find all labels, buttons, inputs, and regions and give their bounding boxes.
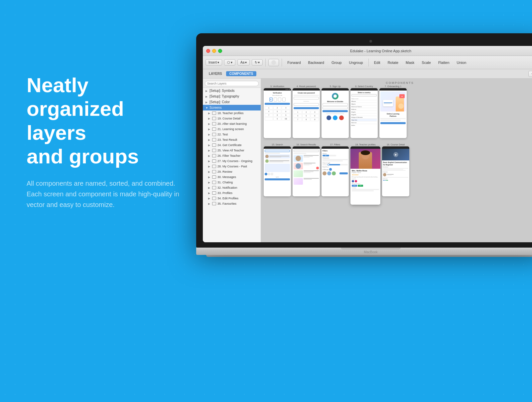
layer-icon: [212, 117, 216, 120]
insert-button[interactable]: Insert ▾: [205, 59, 222, 66]
sidebar-item-28[interactable]: ▶ 28. My Courses - Past: [203, 164, 261, 169]
screen-label-15: 15. Search: [272, 143, 283, 146]
screen-group-19: 19. Course Detail ▶ Basic English Commun…: [382, 143, 409, 205]
screen-label-18: 18. Teacher profiles: [355, 143, 376, 146]
layer-label: 29. Review: [217, 170, 232, 173]
sidebar-item-34[interactable]: ▶ 34. Edit Profiles: [203, 196, 261, 201]
sidebar-item-screens[interactable]: ▼ Screens: [203, 105, 261, 110]
sidebar-item-18[interactable]: ▶ 18. Teacher profiles: [203, 110, 261, 116]
layer-icon: [212, 175, 216, 179]
layer-label: 30. Messages: [217, 175, 236, 179]
sidebar-item-23[interactable]: ▶ 23. Test Result: [203, 137, 261, 142]
nav-layers[interactable]: LAYERS: [205, 71, 225, 76]
screen-label-17: 17. Filters: [330, 143, 340, 146]
layer-label: 26. Filter Teacher: [217, 154, 240, 157]
sidebar-item-31[interactable]: ▶ 31. Chating: [203, 180, 261, 185]
close-button[interactable]: [206, 49, 210, 53]
sketch-window: Edulake - Learning Online App.sketch Ins…: [203, 46, 532, 242]
layer-label: 18. Teacher profiles: [217, 111, 243, 115]
nav-components[interactable]: COMPONENTS: [226, 71, 257, 76]
title-bar: Edulake - Learning Online App.sketch: [203, 46, 532, 56]
expand-icon: ▶: [208, 160, 211, 162]
sidebar: ▶ [Setup]: Symbols ▶ [Setup]: Typography…: [203, 79, 261, 242]
add-layer-btn[interactable]: +: [528, 71, 532, 77]
screen-label-4: 4. Reset password: [297, 85, 316, 88]
layer-label: 24. Get Certificate: [217, 143, 242, 147]
sidebar-item-19[interactable]: ▶ 19. Course Detail: [203, 116, 261, 121]
aa-btn[interactable]: Aa▾: [237, 59, 250, 66]
layer-icon: [212, 165, 216, 168]
layer-label: 31. Chating: [217, 181, 233, 184]
sidebar-item-21[interactable]: ▶ 21. Learning screen: [203, 126, 261, 132]
canvas-components-label: COMPONENTS: [386, 81, 414, 85]
forward-tab[interactable]: Forward: [285, 60, 303, 66]
camera-dot: [369, 40, 372, 43]
sidebar-item-29[interactable]: ▶ 29. Review: [203, 169, 261, 174]
headline-line1: Neatly: [27, 74, 88, 97]
layer-label: 21. Learning screen: [217, 127, 244, 131]
screen-card-6: Select a country Afghanistan Albania Alg…: [350, 88, 378, 138]
union-tab[interactable]: Union: [454, 60, 469, 66]
sidebar-item-22[interactable]: ▶ 22. Test: [203, 132, 261, 137]
group-tab[interactable]: Group: [329, 60, 344, 66]
screen-group-18: 18. Teacher profiles: [350, 143, 380, 205]
expand-icon: ▶: [208, 186, 211, 189]
headline: Neatly organized layers and groups: [27, 73, 186, 168]
expand-icon: ▶: [208, 128, 211, 130]
layer-icon: [212, 186, 216, 189]
layer-label: 32. Notification: [217, 186, 237, 189]
expand-icon: ▶: [208, 112, 211, 114]
search-layers-input[interactable]: [205, 81, 259, 86]
sidebar-item-27[interactable]: ▶ 27. My Courses - Ongoing: [203, 158, 261, 164]
headline-line3: and groups: [27, 145, 139, 168]
sidebar-item-symbols[interactable]: ▶ [Setup]: Symbols: [203, 88, 261, 94]
bottom-screens-row: 15. Search: [264, 143, 409, 205]
layer-label: 27. My Courses - Ongoing: [217, 159, 252, 163]
sidebar-item-20[interactable]: ▶ 20. After start learning: [203, 121, 261, 126]
sidebar-item-24[interactable]: ▶ 24. Get Certificate: [203, 142, 261, 148]
arrow-down-icon: ▼: [205, 106, 208, 109]
ungroup-tab[interactable]: Ungroup: [346, 60, 365, 66]
rotate-tab[interactable]: Rotate: [385, 60, 401, 66]
sidebar-item-color[interactable]: ▶ [Setup]: Color: [203, 99, 261, 105]
backward-tab[interactable]: Backward: [306, 60, 327, 66]
canvas-area[interactable]: COMPONENTS 3. Verification: [261, 79, 532, 242]
screen-group-15: 15. Search: [264, 143, 291, 205]
layer-icon: [212, 138, 216, 141]
screen-label-5: 5. Sign Up: [330, 85, 341, 88]
refresh-btn[interactable]: ↻▾: [252, 59, 263, 66]
layer-icon: [212, 111, 216, 115]
expand-icon: ▶: [208, 170, 211, 173]
minimize-button[interactable]: [212, 49, 216, 53]
screen-label-7: 7. Onboarding 1: [385, 85, 401, 88]
sidebar-item-30[interactable]: ▶ 30. Messages: [203, 174, 261, 180]
screen-group-6: 6. Select Country Select a country Afgha…: [350, 85, 378, 138]
screen-group-17: 17. Filters Filters History All: [322, 143, 349, 205]
flatten-tab[interactable]: Flatten: [436, 60, 452, 66]
cursor-btn[interactable]: ⬡▾: [224, 59, 235, 66]
mask-tab[interactable]: Mask: [403, 60, 417, 66]
sidebar-item-26[interactable]: ▶ 26. Filter Teacher: [203, 153, 261, 158]
expand-icon: ▶: [208, 165, 211, 168]
macbook-foot: [206, 255, 532, 257]
sidebar-item-32[interactable]: ▶ 32. Notification: [203, 185, 261, 190]
edit-tab[interactable]: Edit: [371, 60, 383, 66]
expand-icon: ▶: [208, 181, 211, 184]
scale-tab[interactable]: Scale: [419, 60, 434, 66]
screen-group-5: 5. Sign Up Welcome to Edulake: [322, 85, 349, 138]
screen-group-7: 7. Onboarding 1 ▶: [379, 85, 407, 138]
sidebar-item-typography[interactable]: ▶ [Setup]: Typography: [203, 94, 261, 99]
description: All components are named, sorted, and co…: [27, 178, 186, 210]
toolbar: Insert ▾ ⬡▾ Aa▾ ↻▾ Forward Backwar: [203, 56, 532, 69]
screen-label-3: 3. Verification: [270, 85, 284, 88]
sidebar-item-35[interactable]: ▶ 35. Favourites: [203, 201, 261, 206]
screen-group-16: 16. Search Results: [293, 143, 320, 205]
shape-btn[interactable]: [268, 59, 279, 66]
sidebar-item-25[interactable]: ▶ 25. View All Teacher: [203, 148, 261, 153]
layer-icon: [212, 127, 216, 131]
screen-card-3: Verification Enter verification code 6: [264, 88, 291, 138]
sidebar-item-33[interactable]: ▶ 33. Profiles: [203, 190, 261, 196]
maximize-button[interactable]: [218, 49, 222, 53]
separator-2: [282, 59, 282, 67]
screen-group-4: 4. Reset password Create new password ••…: [293, 85, 320, 138]
